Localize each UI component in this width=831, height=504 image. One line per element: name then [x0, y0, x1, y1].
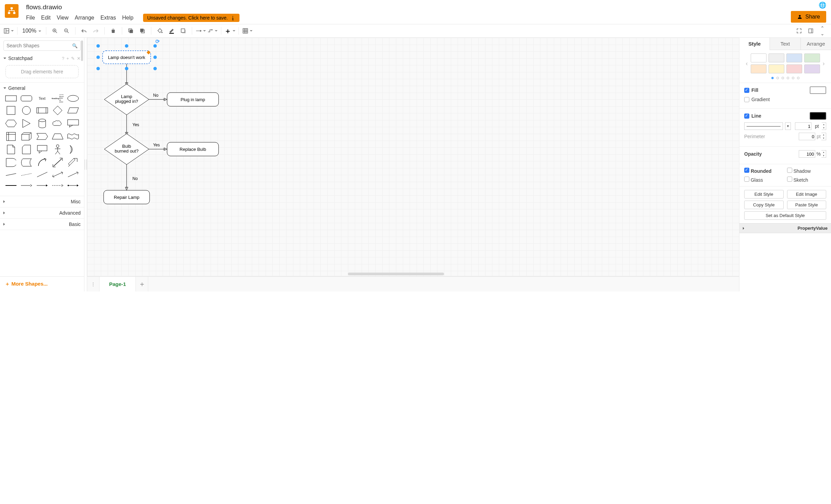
shape-square[interactable] — [5, 105, 17, 116]
zoom-in-button[interactable] — [50, 26, 60, 36]
property-header[interactable]: Property Value — [739, 223, 831, 233]
zoom-out-button[interactable] — [61, 26, 72, 36]
sidebar-scrollbar[interactable] — [81, 40, 83, 61]
scratchpad-dropzone[interactable]: Drag elements here — [5, 65, 79, 78]
swatch-prev-icon[interactable]: ‹ — [743, 60, 751, 67]
preset-swatch[interactable] — [769, 53, 784, 62]
line-color-chip[interactable] — [810, 112, 826, 120]
pager-dot[interactable] — [771, 77, 774, 79]
zoom-display[interactable]: 100% — [21, 28, 43, 34]
table-button[interactable] — [242, 26, 253, 36]
glass-checkbox[interactable] — [744, 177, 749, 182]
shape-or[interactable] — [5, 157, 17, 168]
shape-textbox[interactable]: HeadingLorem ipsum dolor sit amet text — [51, 94, 63, 103]
shadow-button[interactable] — [178, 26, 188, 36]
shape-parallelogram[interactable] — [67, 105, 79, 116]
preset-swatch[interactable] — [804, 64, 820, 73]
shape-bidir-arrow[interactable] — [51, 157, 63, 168]
sketch-checkbox[interactable] — [787, 177, 792, 182]
edit-image-button[interactable]: Edit Image — [787, 190, 827, 199]
shadow-checkbox[interactable] — [787, 168, 792, 173]
more-shapes-button[interactable]: ＋ More Shapes... — [0, 276, 84, 291]
shape-rounded-rect[interactable] — [20, 94, 32, 103]
line-width-input[interactable] — [795, 122, 811, 130]
shape-connector-2[interactable] — [20, 181, 32, 190]
tab-text[interactable]: Text — [770, 38, 800, 50]
tab-arrange[interactable]: Arrange — [800, 38, 831, 50]
selection-handle[interactable] — [96, 67, 100, 70]
shape-line-2head[interactable] — [51, 170, 63, 179]
shape-process[interactable] — [36, 105, 48, 116]
page-menu-button[interactable]: ⋮ — [87, 277, 100, 291]
collapse-panel-button[interactable]: ⌃⌄ — [817, 26, 828, 36]
shape-step[interactable] — [36, 131, 48, 142]
redo-button[interactable] — [91, 26, 101, 36]
search-input[interactable] — [7, 43, 72, 48]
scratchpad-add-icon[interactable]: + — [66, 56, 69, 61]
preset-swatch[interactable] — [786, 53, 802, 62]
advanced-category[interactable]: Advanced — [0, 208, 84, 218]
edit-style-button[interactable]: Edit Style — [744, 190, 784, 199]
shape-trapezoid[interactable] — [51, 131, 63, 142]
shape-rect[interactable] — [5, 94, 17, 103]
menu-view[interactable]: View — [57, 15, 68, 21]
shape-internal-storage[interactable] — [5, 131, 17, 142]
menu-help[interactable]: Help — [122, 15, 133, 21]
scratchpad-help-icon[interactable]: ? — [62, 56, 64, 61]
misc-category[interactable]: Misc — [0, 197, 84, 206]
selection-handle[interactable] — [96, 56, 100, 59]
pager-dot[interactable] — [782, 77, 784, 79]
shape-connector-5[interactable] — [67, 181, 79, 190]
undo-button[interactable] — [79, 26, 89, 36]
shape-moon[interactable] — [67, 144, 79, 155]
rotate-handle-icon[interactable]: ⟳ — [155, 38, 160, 45]
selection-handle[interactable] — [153, 44, 157, 48]
pager-dot[interactable] — [792, 77, 794, 79]
fill-checkbox[interactable] — [744, 88, 749, 93]
language-icon[interactable]: 🌐 — [819, 1, 826, 9]
rounded-checkbox[interactable] — [744, 168, 749, 173]
format-panel-button[interactable] — [806, 26, 816, 36]
scratchpad-header[interactable]: Scratchpad ? + ✎ ✕ — [0, 53, 84, 63]
shape-curved-arrow[interactable] — [36, 157, 48, 168]
scratchpad-close-icon[interactable]: ✕ — [77, 56, 81, 61]
waypoint-style-button[interactable] — [207, 26, 218, 36]
share-button[interactable]: Share — [791, 11, 826, 23]
paste-style-button[interactable]: Paste Style — [787, 201, 827, 209]
tab-style[interactable]: Style — [739, 38, 770, 50]
tab-page-1[interactable]: Page-1 — [100, 277, 136, 291]
selection-handle[interactable] — [153, 56, 157, 59]
node-replace-bulb[interactable]: Replace Bulb — [179, 147, 206, 152]
menu-arrange[interactable]: Arrange — [75, 15, 94, 21]
node-plug-in[interactable]: Plug in lamp — [180, 97, 205, 102]
shape-cylinder[interactable] — [36, 118, 48, 129]
menu-edit[interactable]: Edit — [41, 15, 51, 21]
preset-swatch[interactable] — [804, 53, 820, 62]
shape-hexagon[interactable] — [5, 118, 17, 129]
shape-connector-1[interactable] — [5, 181, 17, 190]
node-repair[interactable]: Repair Lamp — [114, 195, 139, 200]
set-default-style-button[interactable]: Set as Default Style — [744, 211, 826, 220]
selection-handle[interactable] — [125, 44, 128, 48]
line-width-stepper[interactable]: ▲▼ — [822, 122, 826, 130]
shape-diamond[interactable] — [51, 105, 63, 116]
shape-actor[interactable] — [51, 144, 63, 155]
fullscreen-button[interactable] — [794, 26, 804, 36]
menu-file[interactable]: File — [26, 15, 35, 21]
line-color-button[interactable] — [166, 26, 177, 36]
line-checkbox[interactable] — [744, 113, 749, 119]
shape-search[interactable]: 🔍 — [3, 40, 81, 51]
pager-dot[interactable] — [797, 77, 799, 79]
shape-line-1head[interactable] — [67, 170, 79, 179]
sidebar-splitter[interactable] — [84, 38, 87, 291]
menu-extras[interactable]: Extras — [101, 15, 116, 21]
fill-color-chip[interactable] — [810, 86, 826, 94]
opacity-input[interactable] — [799, 150, 815, 158]
shape-line-solid[interactable] — [5, 170, 17, 179]
preset-swatch[interactable] — [786, 64, 802, 73]
to-back-button[interactable] — [137, 26, 148, 36]
shape-line-dotted[interactable] — [20, 170, 32, 179]
swatch-next-icon[interactable]: › — [820, 60, 828, 67]
selection-handle[interactable] — [125, 67, 128, 70]
canvas-horizontal-scrollbar[interactable] — [348, 273, 444, 275]
